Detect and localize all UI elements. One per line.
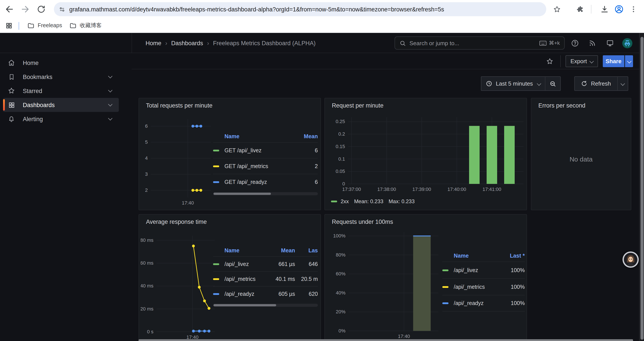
svg-text:17:40:00: 17:40:00 xyxy=(448,187,466,192)
legend-row[interactable]: GET /api/_readyz 6 xyxy=(213,174,318,190)
series-name: 2xx xyxy=(341,198,349,204)
column-last[interactable]: Last * xyxy=(501,253,525,259)
svg-text:0%: 0% xyxy=(338,328,346,333)
browser-toolbar: grafana.mathmast.com/d/deytv4rwavabkb/fr… xyxy=(0,0,644,19)
floating-assistant-avatar[interactable] xyxy=(622,251,639,268)
total-requests-chart: 6543217:40 xyxy=(142,114,214,209)
panel-title[interactable]: Errors per second xyxy=(538,102,586,109)
sidebar-item-home[interactable]: Home xyxy=(3,56,119,70)
site-settings-icon[interactable] xyxy=(58,6,66,13)
sidebar-item-alerting[interactable]: Alerting xyxy=(3,112,119,126)
sidebar-item-dashboards[interactable]: Dashboards xyxy=(3,98,119,112)
refresh-interval-button[interactable] xyxy=(617,76,628,91)
series-name: GET /api/_readyz xyxy=(224,179,293,185)
back-icon[interactable] xyxy=(2,2,17,17)
legend-table: Name Last * /api/_livez 100% /api/_metri… xyxy=(442,250,525,311)
under-100ms-chart: 100%80%60%40%20%0%17:40 xyxy=(331,229,443,341)
breadcrumb-home[interactable]: Home xyxy=(146,40,161,46)
screen: grafana.mathmast.com/d/deytv4rwavabkb/fr… xyxy=(0,0,644,341)
bookmark-star-icon[interactable] xyxy=(549,2,564,17)
sidebar-item-bookmarks[interactable]: Bookmarks xyxy=(3,70,119,84)
help-icon[interactable] xyxy=(570,38,580,48)
panel-title[interactable]: Requests under 100ms xyxy=(332,219,393,225)
series-mean: 661 µs xyxy=(269,261,295,267)
no-data-message: No data xyxy=(531,155,631,163)
zoom-out-button[interactable] xyxy=(545,76,560,91)
download-icon[interactable] xyxy=(597,2,612,17)
svg-text:17:38:00: 17:38:00 xyxy=(377,187,396,192)
legend-row[interactable]: /api/_metrics 40.1 ms 20.5 m xyxy=(213,271,318,286)
series-last: 100% xyxy=(501,300,525,306)
svg-text:40%: 40% xyxy=(336,290,346,295)
chevron-down-icon[interactable] xyxy=(108,88,112,92)
column-name[interactable]: Name xyxy=(224,133,293,140)
legend-scrollbar[interactable] xyxy=(213,192,318,195)
legend-scrollbar[interactable] xyxy=(213,304,318,307)
url-text[interactable]: grafana.mathmast.com/d/deytv4rwavabkb/fr… xyxy=(69,6,444,13)
legend-row[interactable]: /api/_readyz 100% xyxy=(442,295,525,311)
column-name[interactable]: Name xyxy=(454,253,501,259)
legend-row[interactable]: /api/_livez 100% xyxy=(442,261,525,278)
home-icon xyxy=(8,59,15,67)
series-name: /api/_metrics xyxy=(454,284,501,290)
legend[interactable]: 2xx Mean: 0.233 Max: 0.233 xyxy=(331,198,415,204)
bookmarks-divider xyxy=(18,22,19,30)
legend-header: Name Last * xyxy=(442,250,525,261)
forward-icon[interactable] xyxy=(18,2,32,17)
reload-icon[interactable] xyxy=(34,2,49,17)
export-label: Export xyxy=(570,58,587,65)
extensions-icon[interactable] xyxy=(572,2,588,17)
column-mean[interactable]: Mean xyxy=(293,133,318,140)
column-last[interactable]: Las xyxy=(295,247,318,254)
chevron-down-icon xyxy=(590,59,594,63)
panel-request-per-minute: Request per minute 0.250.20.150.10.05017… xyxy=(324,98,527,210)
column-mean[interactable]: Mean xyxy=(269,247,295,254)
zoom-out-icon xyxy=(549,80,556,87)
chevron-down-icon[interactable] xyxy=(108,74,112,78)
page-scrollbar[interactable] xyxy=(639,33,644,341)
bookmark-folder-blogs[interactable]: 收藏博客 xyxy=(66,20,105,31)
favorite-star-icon[interactable] xyxy=(546,58,554,65)
svg-text:0 s: 0 s xyxy=(147,329,154,334)
svg-text:60 ms: 60 ms xyxy=(141,260,154,266)
dashboards-grid-icon xyxy=(8,101,15,109)
svg-text:17:40: 17:40 xyxy=(398,333,410,339)
svg-text:20 ms: 20 ms xyxy=(141,306,154,311)
sidebar-item-label: Dashboards xyxy=(23,102,109,108)
chevron-down-icon[interactable] xyxy=(108,102,112,106)
share-button[interactable]: Share xyxy=(603,55,624,67)
panel-title[interactable]: Total requests per minute xyxy=(146,102,212,109)
legend-row[interactable]: /api/_livez 661 µs 646 xyxy=(213,256,318,271)
export-button[interactable]: Export xyxy=(566,55,598,67)
legend-row[interactable]: /api/_readyz 605 µs 620 xyxy=(213,286,318,301)
user-avatar[interactable] xyxy=(622,38,632,48)
monitor-icon[interactable] xyxy=(604,38,615,48)
refresh-button[interactable]: Refresh xyxy=(574,76,617,91)
svg-text:80 ms: 80 ms xyxy=(141,237,154,243)
news-rss-icon[interactable] xyxy=(587,38,598,48)
scrollbar-thumb[interactable] xyxy=(640,37,644,340)
address-bar[interactable]: grafana.mathmast.com/d/deytv4rwavabkb/fr… xyxy=(54,2,546,16)
profile-icon[interactable] xyxy=(612,2,626,17)
svg-text:17:41:00: 17:41:00 xyxy=(482,187,501,192)
chevron-down-icon[interactable] xyxy=(108,116,112,120)
legend-row[interactable]: /api/_metrics 100% xyxy=(442,278,525,295)
avg-response-chart: 80 ms60 ms40 ms20 ms0 s17:40 xyxy=(141,233,216,341)
series-name: /api/_livez xyxy=(454,267,501,273)
browser-menu-icon[interactable] xyxy=(626,2,641,17)
share-menu-button[interactable] xyxy=(625,55,633,67)
legend-row[interactable]: GET /api/_livez 6 xyxy=(213,142,318,158)
series-mean: 6 xyxy=(293,147,318,153)
dashboard-horizontal-scrollbar[interactable] xyxy=(138,339,633,341)
legend-row[interactable]: GET /api/_metrics 2 xyxy=(213,158,318,174)
search-input[interactable]: Search or jump to... ⌘+k xyxy=(394,37,565,50)
panel-title[interactable]: Average response time xyxy=(146,219,207,225)
breadcrumb-dashboards[interactable]: Dashboards xyxy=(171,40,203,46)
time-range-picker[interactable]: Last 5 minutes xyxy=(481,76,545,91)
bookmarks-bar: Freeleaps 收藏博客 xyxy=(0,19,644,33)
panel-title[interactable]: Request per minute xyxy=(332,102,384,109)
bookmark-folder-freeleaps[interactable]: Freeleaps xyxy=(24,20,66,31)
apps-grid-icon[interactable] xyxy=(2,19,16,33)
sidebar-item-starred[interactable]: Starred xyxy=(3,84,119,98)
column-name[interactable]: Name xyxy=(224,247,269,254)
